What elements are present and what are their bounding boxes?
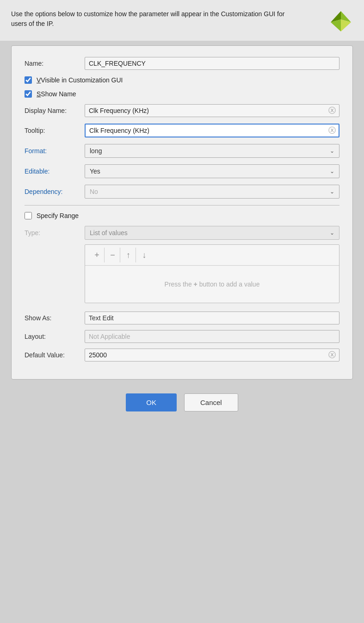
header-description: Use the options below to customize how t…: [11, 9, 298, 29]
dependency-dropdown[interactable]: No ⌄: [85, 185, 339, 199]
show-name-checkbox[interactable]: [25, 90, 32, 98]
default-value-field: ⓧ: [85, 349, 339, 361]
specify-range-label: Specify Range: [37, 212, 79, 219]
format-dropdown-wrapper: long ⌄: [85, 144, 339, 158]
dependency-value: No: [90, 188, 98, 195]
display-name-row: Display Name: ⓧ: [25, 104, 339, 117]
format-value: long: [90, 147, 102, 155]
specify-range-checkbox[interactable]: [25, 212, 32, 219]
list-editor: + − ↑ ↓ Press the + button to add a valu…: [85, 244, 339, 303]
visible-label: VVisible in Customization GUI: [37, 76, 123, 84]
name-row: Name:: [25, 57, 339, 70]
editable-label[interactable]: Editable:: [25, 168, 85, 175]
dependency-chevron-icon: ⌄: [330, 188, 334, 195]
layout-input: [85, 330, 339, 343]
format-row: Format: long ⌄: [25, 144, 339, 158]
divider-1: [25, 205, 339, 206]
show-as-row: Show As:: [25, 312, 339, 324]
type-label: Type:: [25, 229, 85, 237]
editable-chevron-icon: ⌄: [330, 168, 334, 174]
type-row: Type: List of values ⌄: [25, 226, 339, 240]
remove-value-button[interactable]: −: [105, 248, 120, 262]
name-input[interactable]: [85, 57, 339, 70]
format-dropdown[interactable]: long ⌄: [85, 144, 339, 158]
editable-dropdown-wrapper: Yes ⌄: [85, 164, 339, 178]
display-name-input[interactable]: [85, 104, 339, 117]
tooltip-label: Tooltip:: [25, 127, 85, 134]
logo-icon: [329, 9, 353, 33]
add-value-button[interactable]: +: [90, 248, 105, 262]
ok-button[interactable]: OK: [126, 393, 177, 411]
show-name-row: SShow Name: [25, 90, 339, 98]
visible-checkbox[interactable]: [25, 76, 32, 84]
default-value-row: Default Value: ⓧ: [25, 349, 339, 361]
dependency-label[interactable]: Dependency:: [25, 188, 85, 195]
display-name-clear-button[interactable]: ⓧ: [328, 107, 336, 114]
editable-value: Yes: [90, 168, 100, 175]
dialog-box: Name: VVisible in Customization GUI SSho…: [11, 45, 353, 380]
tooltip-input[interactable]: [85, 124, 339, 137]
show-as-input[interactable]: [85, 312, 339, 324]
name-label: Name:: [25, 60, 85, 67]
type-dropdown: List of values ⌄: [85, 226, 339, 240]
visible-row: VVisible in Customization GUI: [25, 76, 339, 84]
type-chevron-icon: ⌄: [330, 230, 334, 236]
editable-dropdown[interactable]: Yes ⌄: [85, 164, 339, 178]
cancel-button[interactable]: Cancel: [184, 393, 238, 411]
default-value-label: Default Value:: [25, 351, 85, 359]
tooltip-field: ⓧ: [85, 124, 339, 137]
format-chevron-icon: ⌄: [330, 148, 334, 154]
default-value-input[interactable]: [85, 349, 339, 361]
list-placeholder: Press the + button to add a value: [165, 280, 260, 288]
dependency-row: Dependency: No ⌄: [25, 185, 339, 199]
dependency-dropdown-wrapper: No ⌄: [85, 185, 339, 199]
list-empty-message: Press the + button to add a value: [85, 266, 339, 303]
move-down-button[interactable]: ↓: [137, 248, 152, 262]
layout-label: Layout:: [25, 333, 85, 340]
default-value-clear-button[interactable]: ⓧ: [328, 351, 336, 359]
layout-row: Layout:: [25, 330, 339, 343]
footer-buttons: OK Cancel: [126, 393, 238, 411]
type-value: List of values: [90, 229, 128, 237]
show-as-label: Show As:: [25, 314, 85, 322]
move-up-button[interactable]: ↑: [121, 248, 136, 262]
list-toolbar: + − ↑ ↓: [85, 245, 339, 266]
header-area: Use the options below to customize how t…: [0, 0, 364, 41]
show-name-label: SShow Name: [37, 90, 76, 98]
tooltip-clear-button[interactable]: ⓧ: [328, 127, 336, 134]
editable-row: Editable: Yes ⌄: [25, 164, 339, 178]
tooltip-row: Tooltip: ⓧ: [25, 124, 339, 137]
specify-range-row: Specify Range: [25, 212, 339, 219]
display-name-field: ⓧ: [85, 104, 339, 117]
display-name-label: Display Name:: [25, 107, 85, 114]
format-label[interactable]: Format:: [25, 147, 85, 155]
